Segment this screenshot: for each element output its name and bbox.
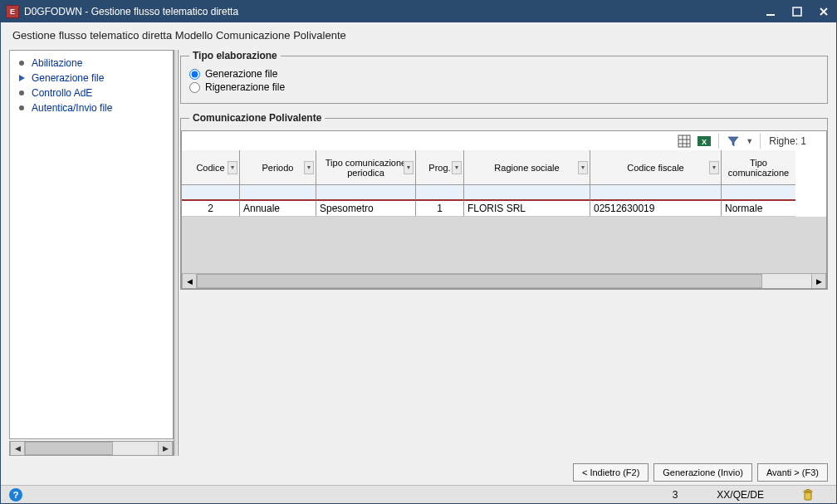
table-row[interactable]: 2 Annuale Spesometro 1 FLORIS SRL 025126… bbox=[182, 200, 826, 217]
chevron-down-icon[interactable]: ▾ bbox=[452, 161, 462, 174]
sidebar-wrap: Abilitazione Generazione file Controllo … bbox=[9, 50, 174, 456]
grid-layout-icon[interactable] bbox=[677, 134, 692, 149]
svg-text:X: X bbox=[702, 138, 707, 146]
chevron-down-icon[interactable]: ▾ bbox=[404, 161, 414, 174]
scroll-thumb[interactable] bbox=[197, 274, 762, 288]
svg-rect-5 bbox=[805, 492, 811, 500]
back-button[interactable]: < Indietro (F2) bbox=[573, 463, 649, 482]
grid-hscrollbar[interactable]: ◀ ▶ bbox=[182, 273, 826, 288]
excel-export-icon[interactable]: X bbox=[697, 134, 712, 149]
maximize-button[interactable] bbox=[790, 4, 805, 19]
rows-count-label: Righe: 1 bbox=[769, 135, 806, 147]
grid-empty-area bbox=[182, 217, 826, 273]
app-window: E D0GFODWN - Gestione flusso telematico … bbox=[0, 0, 837, 504]
cell-tipo-comunicazione[interactable]: Normale bbox=[722, 200, 795, 217]
legend-comunicazione: Comunicazione Polivalente bbox=[189, 112, 325, 124]
status-code: XX/QE/DE bbox=[701, 489, 779, 501]
sidebar-item-label: Autentica/Invio file bbox=[32, 102, 112, 114]
grid-header: Codice▾ Periodo▾ Tipo comunicazione peri… bbox=[182, 150, 826, 185]
window-buttons bbox=[763, 4, 831, 19]
chevron-down-icon[interactable]: ▾ bbox=[709, 161, 719, 174]
svg-rect-0 bbox=[766, 14, 775, 16]
svg-rect-7 bbox=[806, 489, 810, 491]
bullet-icon bbox=[19, 105, 24, 110]
body: Abilitazione Generazione file Controllo … bbox=[1, 50, 836, 459]
svg-rect-2 bbox=[678, 135, 690, 147]
col-header-ragione-sociale[interactable]: Ragione sociale▾ bbox=[464, 150, 590, 185]
scroll-left-icon[interactable]: ◀ bbox=[10, 442, 25, 455]
col-header-prog[interactable]: Prog.▾ bbox=[416, 150, 464, 185]
data-grid: Codice▾ Periodo▾ Tipo comunicazione peri… bbox=[181, 150, 827, 289]
sidebar-item-autentica-invio[interactable]: Autentica/Invio file bbox=[13, 100, 169, 115]
cell-codice-fiscale[interactable]: 02512630019 bbox=[590, 200, 722, 217]
cell-tipo-com-periodica[interactable]: Spesometro bbox=[316, 200, 416, 217]
cell-ragione-sociale[interactable]: FLORIS SRL bbox=[464, 200, 590, 217]
chevron-down-icon[interactable]: ▾ bbox=[578, 161, 588, 174]
cell-prog[interactable]: 1 bbox=[416, 200, 464, 217]
scroll-track[interactable] bbox=[25, 442, 158, 455]
close-button[interactable] bbox=[816, 4, 831, 19]
group-comunicazione-polivalente: Comunicazione Polivalente X ▼ bbox=[180, 112, 828, 290]
splitter[interactable] bbox=[174, 50, 180, 456]
arrow-right-icon bbox=[19, 75, 25, 81]
table-toolbar: X ▼ Righe: 1 bbox=[181, 130, 827, 150]
scroll-right-icon[interactable]: ▶ bbox=[158, 442, 173, 455]
col-header-tipo-com-periodica[interactable]: Tipo comunicazione periodica▾ bbox=[316, 150, 416, 185]
toolbar-separator bbox=[718, 134, 719, 149]
radio-rigenerazione-input[interactable] bbox=[189, 82, 200, 93]
app-icon: E bbox=[6, 5, 19, 18]
col-header-periodo[interactable]: Periodo▾ bbox=[240, 150, 316, 185]
svg-rect-1 bbox=[793, 7, 801, 16]
cell-codice[interactable]: 2 bbox=[182, 200, 240, 217]
legend-tipo-elaborazione: Tipo elaborazione bbox=[189, 50, 281, 61]
grid-filter-row[interactable] bbox=[182, 185, 826, 200]
scroll-thumb[interactable] bbox=[25, 442, 113, 455]
window-title: D0GFODWN - Gestione flusso telematico di… bbox=[24, 6, 763, 17]
sidebar-item-label: Generazione file bbox=[32, 72, 104, 84]
sidebar-item-label: Abilitazione bbox=[32, 57, 82, 69]
titlebar: E D0GFODWN - Gestione flusso telematico … bbox=[1, 1, 836, 22]
radio-generazione-input[interactable] bbox=[189, 69, 200, 80]
page-title: Gestione flusso telematico diretta Model… bbox=[1, 22, 836, 50]
group-tipo-elaborazione: Tipo elaborazione Generazione file Rigen… bbox=[180, 50, 828, 104]
main: Tipo elaborazione Generazione file Rigen… bbox=[180, 50, 828, 456]
col-header-tipo-comunicazione[interactable]: Tipo comunicazione bbox=[722, 150, 795, 185]
radio-generazione-file[interactable]: Generazione file bbox=[189, 68, 819, 80]
statusbar: ? 3 XX/QE/DE bbox=[1, 485, 836, 503]
sidebar-hscrollbar[interactable]: ◀ ▶ bbox=[9, 441, 174, 456]
sidebar-item-controllo-ade[interactable]: Controllo AdE bbox=[13, 86, 169, 100]
minimize-button[interactable] bbox=[763, 4, 778, 19]
sidebar: Abilitazione Generazione file Controllo … bbox=[9, 50, 174, 439]
filter-icon[interactable] bbox=[726, 134, 741, 149]
toolbar-separator bbox=[760, 134, 761, 149]
col-header-codice[interactable]: Codice▾ bbox=[182, 150, 240, 185]
radio-rigenerazione-file[interactable]: Rigenerazione file bbox=[189, 81, 819, 93]
scroll-left-icon[interactable]: ◀ bbox=[182, 274, 197, 288]
chevron-down-icon[interactable]: ▼ bbox=[746, 137, 753, 145]
bullet-icon bbox=[19, 61, 24, 66]
trash-icon[interactable] bbox=[787, 489, 828, 501]
help-icon[interactable]: ? bbox=[9, 488, 22, 502]
radio-label: Generazione file bbox=[205, 68, 277, 80]
col-header-codice-fiscale[interactable]: Codice fiscale▾ bbox=[590, 150, 722, 185]
radio-label: Rigenerazione file bbox=[205, 81, 285, 93]
generate-button[interactable]: Generazione (Invio) bbox=[653, 463, 752, 482]
bullet-icon bbox=[19, 91, 24, 95]
status-number: 3 bbox=[657, 489, 693, 501]
cell-periodo[interactable]: Annuale bbox=[240, 200, 316, 217]
sidebar-item-generazione-file[interactable]: Generazione file bbox=[13, 71, 169, 86]
chevron-down-icon[interactable]: ▾ bbox=[304, 161, 314, 174]
footer-buttons: < Indietro (F2) Generazione (Invio) Avan… bbox=[1, 459, 836, 485]
sidebar-item-label: Controllo AdE bbox=[32, 87, 92, 99]
scroll-right-icon[interactable]: ▶ bbox=[811, 274, 826, 288]
next-button[interactable]: Avanti > (F3) bbox=[757, 463, 828, 482]
sidebar-item-abilitazione[interactable]: Abilitazione bbox=[13, 56, 169, 71]
scroll-track[interactable] bbox=[197, 274, 811, 288]
chevron-down-icon[interactable]: ▾ bbox=[228, 161, 237, 174]
